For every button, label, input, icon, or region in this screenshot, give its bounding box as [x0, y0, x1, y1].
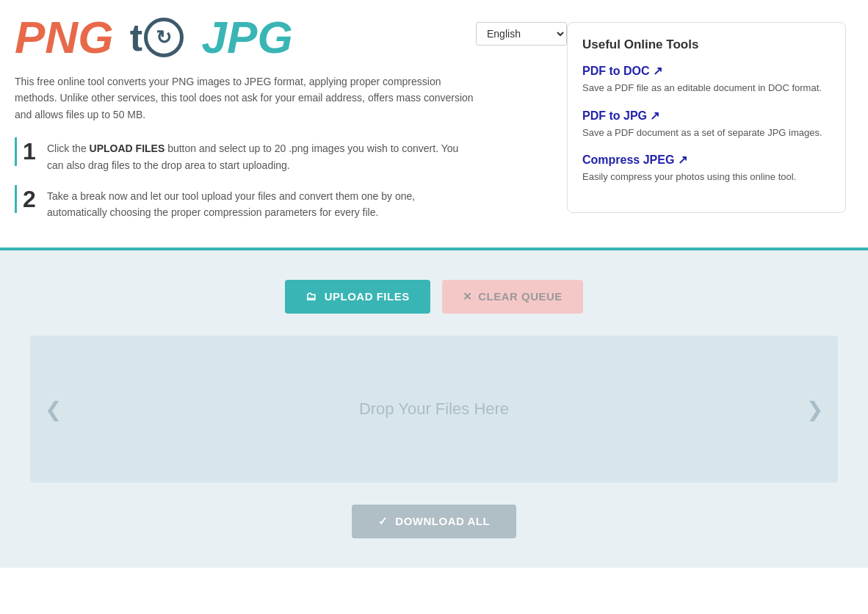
- pdf-to-doc-link[interactable]: PDF to DOC ↗: [582, 64, 831, 78]
- upload-icon: 🗂: [305, 290, 317, 303]
- step-2-number: 2: [15, 185, 37, 213]
- drop-zone-label: Drop Your Files Here: [359, 400, 509, 419]
- pdf-to-jpg-link[interactable]: PDF to JPG ↗: [582, 109, 831, 123]
- step-1: 1 Click the UPLOAD FILES button and sele…: [15, 137, 476, 173]
- upload-files-button[interactable]: 🗂 UPLOAD FILES: [285, 280, 430, 314]
- download-all-button[interactable]: ✓ DOWNLOAD ALL: [352, 505, 516, 538]
- tool-pdf-to-doc: PDF to DOC ↗ Save a PDF file as an edita…: [582, 64, 831, 95]
- step-1-text: Click the UPLOAD FILES button and select…: [47, 137, 476, 173]
- download-all-label: DOWNLOAD ALL: [395, 515, 490, 527]
- carousel-right-arrow[interactable]: ❯: [799, 389, 831, 428]
- download-icon: ✓: [378, 515, 388, 528]
- step-1-number: 1: [15, 137, 37, 165]
- step-2: 2 Take a break now and let our tool uplo…: [15, 185, 476, 221]
- tool-pdf-to-jpg: PDF to JPG ↗ Save a PDF document as a se…: [582, 109, 831, 140]
- clear-queue-label: CLEAR QUEUE: [478, 290, 563, 303]
- upload-section: 🗂 UPLOAD FILES ✕ CLEAR QUEUE ❮ Drop Your…: [0, 250, 868, 568]
- drop-zone[interactable]: ❮ Drop Your Files Here ❯: [30, 336, 838, 483]
- carousel-left-arrow[interactable]: ❮: [37, 389, 69, 428]
- logo: PNG t↻ JPG: [15, 15, 476, 60]
- clear-queue-button[interactable]: ✕ CLEAR QUEUE: [442, 280, 583, 314]
- language-selector[interactable]: English Español Français Deutsch Italian…: [476, 15, 567, 46]
- upload-files-label: UPLOAD FILES: [325, 290, 410, 303]
- upload-buttons-group: 🗂 UPLOAD FILES ✕ CLEAR QUEUE: [285, 280, 583, 314]
- logo-jpg: JPG: [202, 15, 293, 60]
- steps-section: 1 Click the UPLOAD FILES button and sele…: [15, 137, 476, 221]
- language-dropdown[interactable]: English Español Français Deutsch Italian…: [476, 22, 567, 46]
- tool-compress-jpeg: Compress JPEG ↗ Easily compress your pho…: [582, 153, 831, 184]
- useful-tools-sidebar: Useful Online Tools PDF to DOC ↗ Save a …: [567, 22, 846, 213]
- pdf-to-jpg-desc: Save a PDF document as a set of separate…: [582, 126, 831, 140]
- sidebar-title: Useful Online Tools: [582, 37, 831, 52]
- logo-png: PNG: [15, 15, 113, 60]
- page-description: This free online tool converts your PNG …: [15, 73, 476, 123]
- clear-icon: ✕: [463, 290, 473, 303]
- step-2-text: Take a break now and let our tool upload…: [47, 185, 476, 221]
- logo-to: t↻: [119, 15, 195, 59]
- compress-jpeg-link[interactable]: Compress JPEG ↗: [582, 153, 831, 167]
- pdf-to-doc-desc: Save a PDF file as an editable document …: [582, 81, 831, 95]
- compress-jpeg-desc: Easily compress your photos using this o…: [582, 170, 831, 184]
